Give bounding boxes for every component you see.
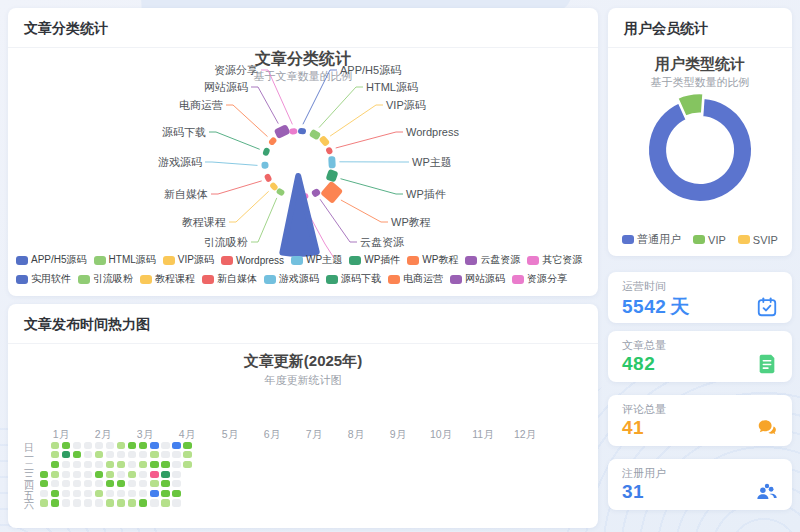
legend-item-14[interactable]: 源码下载 — [326, 272, 381, 286]
label-leader-line — [251, 87, 278, 124]
legend-item-1[interactable]: HTML源码 — [94, 253, 156, 267]
legend-item-10[interactable]: 引流吸粉 — [78, 272, 133, 286]
legend-item-15[interactable]: 电商运营 — [388, 272, 443, 286]
legend-item-4[interactable]: WP主题 — [291, 253, 342, 267]
pie-slice-16[interactable] — [274, 124, 291, 139]
legend-label: 普通用户 — [637, 232, 681, 247]
month-label: 1月 — [53, 428, 69, 442]
legend-chip — [291, 256, 303, 265]
stat-value: 31 — [622, 481, 648, 503]
month-label: 8月 — [348, 428, 364, 442]
heatmap-cell — [51, 451, 60, 458]
heatmap-cell — [139, 490, 148, 497]
heatmap-cell — [73, 490, 82, 497]
heatmap-cell — [161, 471, 170, 478]
slice-label: 引流吸粉 — [204, 236, 248, 248]
pie-slice-7[interactable] — [311, 188, 321, 198]
pie-slice-0[interactable] — [298, 128, 307, 135]
legend-item-6[interactable]: WP教程 — [407, 253, 458, 267]
pie-slice-4[interactable] — [328, 156, 336, 168]
legend-chip — [16, 275, 28, 284]
legend-label: 资源分享 — [527, 272, 567, 286]
document-icon — [756, 353, 778, 375]
pie-slice-3[interactable] — [325, 146, 333, 155]
legend-item-3[interactable]: Wordpress — [221, 255, 284, 266]
heatmap-cell — [117, 480, 126, 487]
legend-chip — [465, 256, 477, 265]
legend-item-11[interactable]: 教程课程 — [140, 272, 195, 286]
legend-chip — [140, 275, 152, 284]
legend-item-8[interactable]: 其它资源 — [527, 253, 582, 267]
slice-label: VIP源码 — [386, 99, 426, 111]
pie-slice-2[interactable] — [318, 135, 330, 147]
pie-slice-1[interactable] — [309, 129, 322, 141]
stat-card-comments: 评论总量 41 — [608, 395, 792, 446]
legend-chip — [326, 275, 338, 284]
legend-item-1[interactable]: VIP — [693, 232, 726, 247]
stat-label: 注册用户 — [622, 466, 778, 481]
pie-slice-6[interactable] — [320, 181, 343, 204]
pie-slice-17[interactable] — [289, 128, 298, 135]
legend-item-17[interactable]: 资源分享 — [512, 272, 567, 286]
stat-value: 5542天 — [622, 294, 690, 320]
legend-label: WP教程 — [422, 253, 458, 267]
chart-title: 文章更新(2025年) — [8, 352, 598, 371]
panel-title: 用户会员统计 — [608, 8, 792, 48]
pie-slice-13[interactable] — [261, 162, 268, 169]
pie-slice-12[interactable] — [264, 173, 273, 183]
pie-slice-5[interactable] — [325, 169, 338, 183]
label-leader-line — [303, 70, 337, 124]
legend-chip — [738, 235, 750, 244]
legend-chip — [202, 275, 214, 284]
heatmap-cell — [117, 461, 126, 468]
legend-item-2[interactable]: VIP源码 — [163, 253, 214, 267]
heatmap-cell — [128, 490, 137, 497]
heatmap-cell — [161, 499, 170, 506]
legend-chip — [693, 235, 705, 244]
legend-item-16[interactable]: 网站源码 — [450, 272, 505, 286]
pie-slice-14[interactable] — [262, 147, 270, 157]
legend-item-9[interactable]: 实用软件 — [16, 272, 71, 286]
pie-slice-15[interactable] — [268, 136, 278, 146]
label-leader-line — [341, 200, 388, 222]
legend-label: Wordpress — [236, 255, 284, 266]
stat-card-uptime: 运营时间 5542天 — [608, 272, 792, 323]
legend-label: 云盘资源 — [480, 253, 520, 267]
month-label: 4月 — [179, 428, 195, 442]
heatmap-cell — [172, 471, 181, 478]
heatmap-cell — [62, 442, 71, 449]
heatmap-cell — [51, 442, 60, 449]
label-leader-line — [211, 181, 262, 194]
legend-chip — [94, 256, 106, 265]
label-leader-line — [209, 132, 260, 149]
legend-item-2[interactable]: SVIP — [738, 232, 778, 247]
month-label: 9月 — [390, 428, 406, 442]
heatmap-cell — [150, 490, 159, 497]
legend-item-0[interactable]: APP/H5源码 — [16, 253, 87, 267]
label-leader-line — [205, 162, 258, 165]
heatmap-cell — [84, 490, 93, 497]
pie-slice-9[interactable] — [282, 176, 316, 254]
legend-chip — [264, 275, 276, 284]
month-label: 5月 — [222, 428, 238, 442]
heatmap-cell — [73, 471, 82, 478]
legend-label: WP主题 — [306, 253, 342, 267]
legend-label: SVIP — [753, 234, 778, 246]
heatmap-cell — [183, 442, 192, 449]
heatmap-cell — [51, 461, 60, 468]
heatmap-cell — [128, 480, 137, 487]
legend-chip — [388, 275, 400, 284]
heatmap-cell — [161, 461, 170, 468]
legend-item-12[interactable]: 新自媒体 — [202, 272, 257, 286]
legend-item-13[interactable]: 游戏源码 — [264, 272, 319, 286]
legend-item-7[interactable]: 云盘资源 — [465, 253, 520, 267]
slice-label: HTML源码 — [366, 81, 418, 93]
heatmap-cell — [150, 442, 159, 449]
legend-chip — [527, 256, 539, 265]
legend-item-0[interactable]: 普通用户 — [622, 232, 681, 247]
heatmap-cell — [139, 461, 148, 468]
label-leader-line — [336, 132, 403, 148]
heatmap-cell — [51, 471, 60, 478]
legend-label: 其它资源 — [542, 253, 582, 267]
legend-item-5[interactable]: WP插件 — [349, 253, 400, 267]
